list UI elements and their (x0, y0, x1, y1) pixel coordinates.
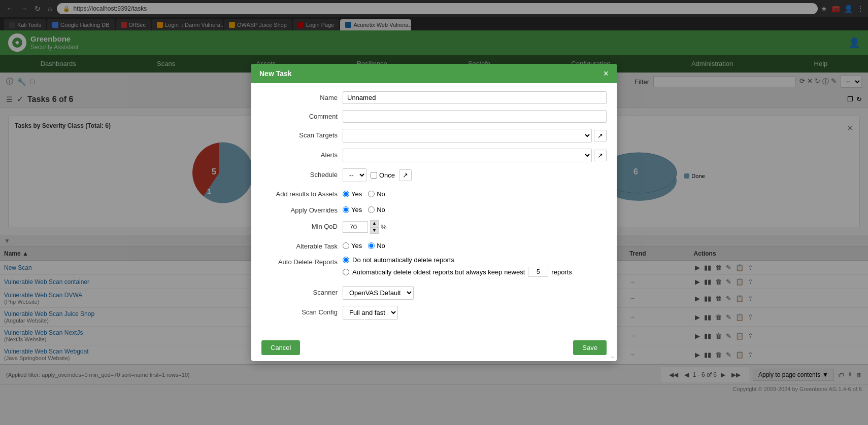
alterable-yes-label[interactable]: Yes (343, 242, 362, 250)
apply-overrides-control: Yes No (343, 204, 607, 214)
form-row-add-results: Add results to Assets Yes No (261, 188, 607, 198)
add-results-yes-radio[interactable] (343, 191, 349, 197)
name-input[interactable] (343, 91, 607, 104)
apply-overrides-label: Apply Overrides (261, 204, 338, 214)
yes-text3: Yes (351, 242, 362, 250)
keep-newest-input[interactable] (528, 267, 548, 277)
min-qod-label: Min QoD (261, 220, 338, 230)
once-label: Once (379, 171, 395, 179)
scan-targets-label: Scan Targets (261, 129, 338, 139)
alterable-no-radio[interactable] (368, 242, 375, 249)
alerts-select-group: ↗ (343, 149, 607, 162)
form-row-scanner: Scanner OpenVAS Default (261, 286, 607, 300)
stepper-down-button[interactable]: ▼ (370, 227, 379, 234)
form-row-apply-overrides: Apply Overrides Yes No (261, 204, 607, 214)
scanner-control: OpenVAS Default (343, 286, 607, 300)
scan-config-label: Scan Config (261, 306, 338, 316)
min-qod-input[interactable] (343, 221, 368, 233)
percent-sign: % (381, 223, 387, 231)
comment-label: Comment (261, 110, 338, 120)
auto-delete-no-radio[interactable] (343, 257, 349, 263)
alterable-no-label[interactable]: No (368, 242, 385, 250)
comment-control (343, 110, 607, 123)
comment-input[interactable] (343, 110, 607, 123)
scan-config-control: Full and fast (343, 306, 607, 320)
alterable-task-control: Yes No (343, 240, 607, 250)
no-text3: No (377, 242, 385, 250)
alerts-control: ↗ (343, 149, 607, 162)
min-qod-row: ▲ ▼ % (343, 220, 607, 234)
reports-suffix: reports (551, 268, 572, 276)
yes-text2: Yes (351, 206, 362, 214)
form-row-comment: Comment (261, 110, 607, 123)
scanner-label: Scanner (261, 286, 338, 296)
add-results-no-radio[interactable] (368, 191, 375, 197)
schedule-select[interactable]: -- (343, 168, 366, 182)
apply-overrides-radio-group: Yes No (343, 204, 607, 214)
overrides-yes-radio[interactable] (343, 206, 349, 213)
alerts-new-button[interactable]: ↗ (594, 150, 607, 161)
auto-delete-control: Do not automatically delete reports Auto… (343, 256, 607, 280)
name-label: Name (261, 91, 338, 101)
form-row-auto-delete: Auto Delete Reports Do not automatically… (261, 256, 607, 280)
modal-footer: Cancel Save ⌞ (251, 334, 617, 361)
form-row-scan-targets: Scan Targets ↗ (261, 129, 607, 143)
add-results-label: Add results to Assets (261, 188, 338, 198)
scan-targets-control: ↗ (343, 129, 607, 143)
schedule-row: -- Once ↗ (343, 168, 607, 182)
form-row-scan-config: Scan Config Full and fast (261, 306, 607, 320)
form-row-alerts: Alerts ↗ (261, 149, 607, 162)
modal-body: Name Comment Scan Targets (251, 83, 617, 334)
min-qod-stepper: ▲ ▼ (370, 220, 379, 234)
add-results-yes-label[interactable]: Yes (343, 190, 362, 198)
scan-targets-new-button[interactable]: ↗ (594, 130, 607, 141)
auto-delete-yes-radio[interactable] (343, 269, 349, 275)
alerts-label: Alerts (261, 149, 338, 159)
modal-header: New Task × (251, 64, 617, 83)
auto-delete-label: Auto Delete Reports (261, 256, 338, 266)
auto-delete-option1-label[interactable]: Do not automatically delete reports (343, 256, 607, 264)
auto-delete-option1-text: Do not automatically delete reports (352, 256, 454, 264)
add-results-control: Yes No (343, 188, 607, 198)
form-row-schedule: Schedule -- Once ↗ (261, 168, 607, 182)
alterable-task-radio-group: Yes No (343, 240, 607, 250)
modal-close-button[interactable]: × (603, 69, 609, 78)
add-results-radio-group: Yes No (343, 188, 607, 198)
overrides-no-radio[interactable] (368, 206, 375, 213)
no-text2: No (377, 206, 385, 214)
form-row-alterable-task: Alterable Task Yes No (261, 240, 607, 250)
overrides-no-label[interactable]: No (368, 206, 385, 214)
schedule-label: Schedule (261, 168, 338, 179)
cancel-button[interactable]: Cancel (261, 340, 300, 355)
resize-handle[interactable]: ⌞ (611, 351, 615, 359)
new-task-modal: New Task × Name Comment Scan Targets (251, 64, 617, 361)
form-row-name: Name (261, 91, 607, 104)
once-checkbox-label[interactable]: Once (371, 171, 395, 179)
no-text: No (377, 190, 385, 198)
stepper-up-button[interactable]: ▲ (370, 220, 379, 227)
yes-text: Yes (351, 190, 362, 198)
add-results-no-label[interactable]: No (368, 190, 385, 198)
schedule-new-button[interactable]: ↗ (399, 169, 412, 181)
scan-targets-select-group: ↗ (343, 129, 607, 143)
auto-delete-option2-label[interactable]: Automatically delete oldest reports but … (343, 267, 607, 277)
modal-title: New Task (259, 69, 292, 78)
scan-config-select[interactable]: Full and fast (343, 306, 398, 320)
alterable-task-label: Alterable Task (261, 240, 338, 250)
name-control (343, 91, 607, 104)
overrides-yes-label[interactable]: Yes (343, 206, 362, 214)
min-qod-control: ▲ ▼ % (343, 220, 607, 234)
auto-delete-option2-text: Automatically delete oldest reports but … (352, 268, 525, 276)
scanner-select[interactable]: OpenVAS Default (343, 286, 414, 300)
scan-targets-select[interactable] (343, 129, 592, 143)
schedule-control: -- Once ↗ (343, 168, 607, 182)
save-button[interactable]: Save (573, 340, 607, 355)
modal-overlay: New Task × Name Comment Scan Targets (0, 0, 868, 393)
alerts-select[interactable] (343, 149, 592, 162)
alterable-yes-radio[interactable] (343, 242, 349, 249)
once-checkbox[interactable] (371, 172, 377, 179)
form-row-min-qod: Min QoD ▲ ▼ % (261, 220, 607, 234)
